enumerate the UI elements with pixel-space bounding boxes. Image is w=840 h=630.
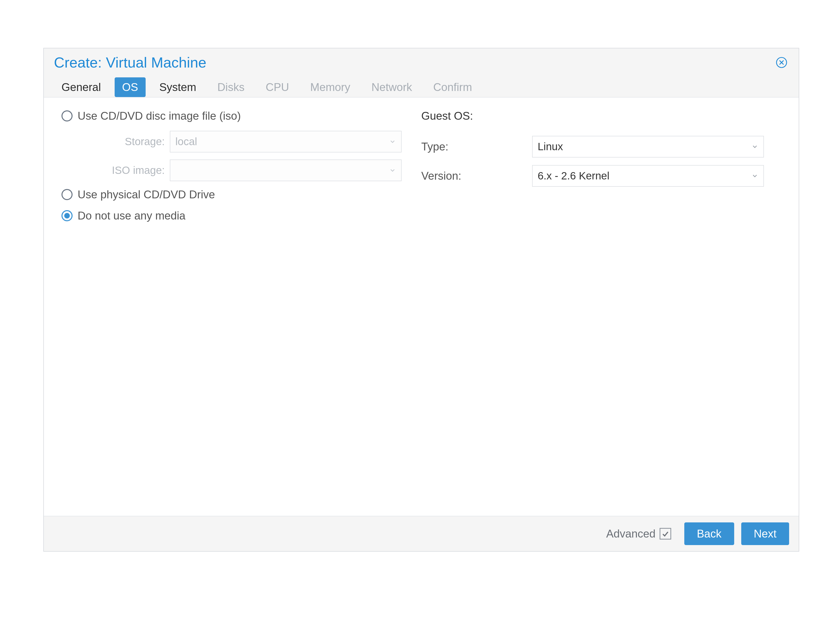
- chevron-down-icon: [751, 172, 758, 179]
- chevron-down-icon: [389, 138, 396, 145]
- storage-combo: local: [170, 131, 402, 152]
- advanced-toggle[interactable]: Advanced: [606, 527, 671, 540]
- create-vm-dialog: Create: Virtual Machine General OS Syste…: [43, 48, 799, 552]
- dialog-content: Use CD/DVD disc image file (iso) Storage…: [44, 98, 799, 516]
- back-button[interactable]: Back: [684, 523, 734, 545]
- advanced-label: Advanced: [606, 527, 655, 540]
- guest-os-column: Guest OS: Type: Linux Version: 6.x - 2.6…: [421, 110, 781, 504]
- dialog-footer: Advanced Back Next: [44, 516, 799, 551]
- tab-memory: Memory: [303, 77, 358, 97]
- radio-icon: [62, 189, 73, 200]
- media-column: Use CD/DVD disc image file (iso) Storage…: [62, 110, 421, 504]
- tab-general[interactable]: General: [54, 77, 109, 97]
- radio-icon: [62, 111, 73, 122]
- guest-os-heading: Guest OS:: [421, 110, 781, 122]
- next-button[interactable]: Next: [741, 523, 789, 545]
- radio-no-media[interactable]: Do not use any media: [62, 209, 421, 222]
- dialog-title: Create: Virtual Machine: [54, 54, 206, 71]
- guest-type-label: Type:: [421, 141, 532, 153]
- wizard-tabs: General OS System Disks CPU Memory Netwo…: [44, 75, 799, 98]
- tab-os[interactable]: OS: [115, 77, 146, 97]
- radio-use-physical-label: Use physical CD/DVD Drive: [77, 188, 215, 201]
- chevron-down-icon: [751, 143, 758, 150]
- storage-label: Storage:: [62, 136, 170, 148]
- storage-row: Storage: local: [62, 131, 421, 152]
- check-icon: [661, 529, 669, 538]
- advanced-checkbox[interactable]: [660, 528, 671, 540]
- tab-cpu: CPU: [258, 77, 297, 97]
- guest-version-combo[interactable]: 6.x - 2.6 Kernel: [532, 165, 764, 187]
- chevron-down-icon: [389, 167, 396, 174]
- radio-use-physical[interactable]: Use physical CD/DVD Drive: [62, 188, 421, 201]
- radio-use-iso[interactable]: Use CD/DVD disc image file (iso): [62, 110, 421, 122]
- dialog-header: Create: Virtual Machine: [44, 48, 799, 75]
- close-icon: [775, 57, 788, 68]
- storage-value: local: [175, 136, 197, 148]
- guest-type-value: Linux: [538, 141, 563, 153]
- guest-version-row: Version: 6.x - 2.6 Kernel: [421, 165, 781, 187]
- radio-no-media-label: Do not use any media: [77, 209, 185, 222]
- guest-version-label: Version:: [421, 170, 532, 182]
- iso-image-label: ISO image:: [62, 164, 170, 177]
- tab-confirm: Confirm: [426, 77, 480, 97]
- radio-use-iso-label: Use CD/DVD disc image file (iso): [77, 110, 241, 122]
- tab-system[interactable]: System: [152, 77, 204, 97]
- iso-image-combo: [170, 159, 402, 181]
- guest-type-row: Type: Linux: [421, 136, 781, 158]
- tab-network: Network: [364, 77, 420, 97]
- iso-image-row: ISO image:: [62, 159, 421, 181]
- close-button[interactable]: [774, 55, 789, 69]
- guest-version-value: 6.x - 2.6 Kernel: [538, 170, 609, 182]
- guest-type-combo[interactable]: Linux: [532, 136, 764, 158]
- radio-icon: [62, 210, 73, 221]
- tab-disks: Disks: [210, 77, 252, 97]
